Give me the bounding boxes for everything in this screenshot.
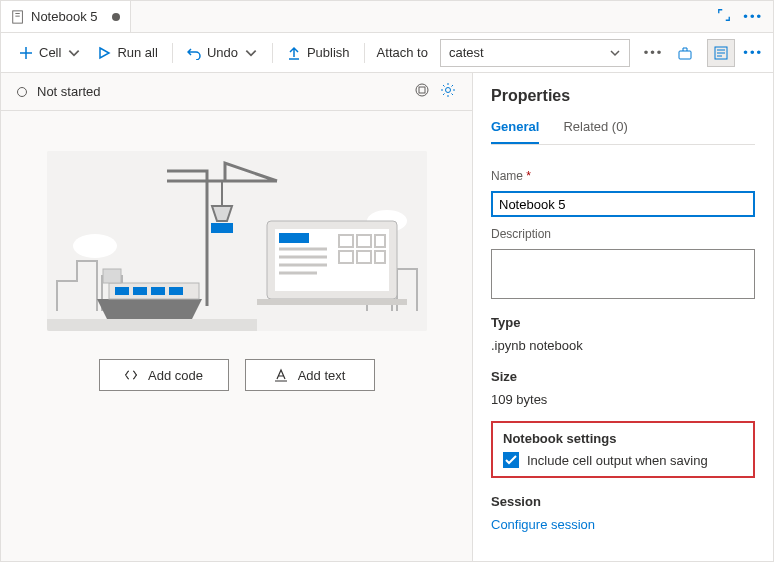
status-dot-icon bbox=[17, 87, 27, 97]
gear-icon[interactable] bbox=[440, 82, 456, 101]
svg-rect-33 bbox=[169, 287, 183, 295]
notebook-settings-group: Notebook settings Include cell output wh… bbox=[491, 421, 755, 478]
separator bbox=[272, 43, 273, 63]
add-text-button[interactable]: Add text bbox=[245, 359, 375, 391]
expand-icon[interactable] bbox=[717, 8, 731, 25]
svg-rect-0 bbox=[13, 10, 23, 22]
variables-icon bbox=[677, 45, 693, 61]
name-label: Name * bbox=[491, 169, 755, 183]
tab-title: Notebook 5 bbox=[31, 9, 98, 24]
include-cell-output-checkbox[interactable] bbox=[503, 452, 519, 468]
tab-general[interactable]: General bbox=[491, 119, 539, 144]
svg-rect-32 bbox=[151, 287, 165, 295]
properties-panel: Properties General Related (0) Name * De… bbox=[473, 73, 773, 561]
notebook-settings-label: Notebook settings bbox=[503, 431, 743, 446]
type-label: Type bbox=[491, 315, 755, 330]
publish-icon bbox=[287, 46, 301, 60]
chevron-down-icon bbox=[244, 46, 258, 60]
size-label: Size bbox=[491, 369, 755, 384]
stop-icon[interactable] bbox=[414, 82, 430, 101]
notebook-icon-button[interactable] bbox=[671, 39, 699, 67]
attach-to-value: catest bbox=[449, 45, 484, 60]
add-code-label: Add code bbox=[148, 368, 203, 383]
svg-rect-30 bbox=[115, 287, 129, 295]
undo-icon bbox=[187, 46, 201, 60]
status-text: Not started bbox=[37, 84, 101, 99]
text-icon bbox=[274, 368, 288, 382]
tab-row: Notebook 5 ••• bbox=[1, 1, 773, 33]
properties-icon bbox=[713, 45, 729, 61]
editor-panel: Not started bbox=[1, 73, 473, 561]
svg-point-12 bbox=[73, 234, 117, 258]
cell-label: Cell bbox=[39, 45, 61, 60]
type-value: .ipynb notebook bbox=[491, 338, 755, 353]
main-area: Not started bbox=[1, 73, 773, 561]
svg-rect-3 bbox=[679, 51, 691, 59]
run-all-label: Run all bbox=[117, 45, 157, 60]
attach-to-select[interactable]: catest bbox=[440, 39, 630, 67]
required-indicator: * bbox=[526, 169, 531, 183]
play-icon bbox=[97, 46, 111, 60]
svg-rect-35 bbox=[47, 319, 257, 331]
chevron-down-icon bbox=[609, 47, 621, 59]
check-icon bbox=[505, 455, 517, 465]
more-icon[interactable]: ••• bbox=[743, 9, 763, 24]
svg-point-8 bbox=[416, 84, 428, 96]
toolbar: Cell Run all Undo Publish Attach to cate… bbox=[1, 33, 773, 73]
notebook-icon bbox=[11, 10, 25, 24]
name-input[interactable] bbox=[491, 191, 755, 217]
svg-rect-9 bbox=[419, 87, 425, 93]
svg-rect-14 bbox=[211, 223, 233, 233]
configure-session-link[interactable]: Configure session bbox=[491, 517, 755, 532]
svg-rect-17 bbox=[279, 233, 309, 243]
empty-state-illustration bbox=[47, 151, 427, 331]
svg-rect-28 bbox=[257, 299, 407, 305]
undo-button[interactable]: Undo bbox=[179, 37, 266, 69]
code-icon bbox=[124, 368, 138, 382]
svg-point-10 bbox=[446, 88, 451, 93]
session-label: Session bbox=[491, 494, 755, 509]
panel-more-icon[interactable]: ••• bbox=[743, 45, 763, 60]
svg-rect-31 bbox=[133, 287, 147, 295]
description-input[interactable] bbox=[491, 249, 755, 299]
chevron-down-icon bbox=[67, 46, 81, 60]
run-all-button[interactable]: Run all bbox=[89, 37, 165, 69]
attach-to-label: Attach to bbox=[371, 45, 434, 60]
description-label: Description bbox=[491, 227, 755, 241]
properties-tabs: General Related (0) bbox=[491, 119, 755, 145]
include-cell-output-label: Include cell output when saving bbox=[527, 453, 708, 468]
tab-dirty-indicator bbox=[112, 13, 120, 21]
size-value: 109 bytes bbox=[491, 392, 755, 407]
add-code-button[interactable]: Add code bbox=[99, 359, 229, 391]
undo-label: Undo bbox=[207, 45, 238, 60]
tab-related[interactable]: Related (0) bbox=[563, 119, 627, 144]
properties-title: Properties bbox=[491, 87, 755, 105]
publish-label: Publish bbox=[307, 45, 350, 60]
separator bbox=[364, 43, 365, 63]
more-actions-icon[interactable]: ••• bbox=[644, 45, 664, 60]
status-bar: Not started bbox=[1, 73, 472, 111]
file-tab[interactable]: Notebook 5 bbox=[1, 1, 131, 32]
properties-icon-button[interactable] bbox=[707, 39, 735, 67]
cell-menu-button[interactable]: Cell bbox=[11, 37, 89, 69]
notebook-canvas: Add code Add text bbox=[1, 111, 472, 561]
plus-icon bbox=[19, 46, 33, 60]
separator bbox=[172, 43, 173, 63]
add-text-label: Add text bbox=[298, 368, 346, 383]
svg-rect-34 bbox=[103, 269, 121, 283]
publish-button[interactable]: Publish bbox=[279, 37, 358, 69]
